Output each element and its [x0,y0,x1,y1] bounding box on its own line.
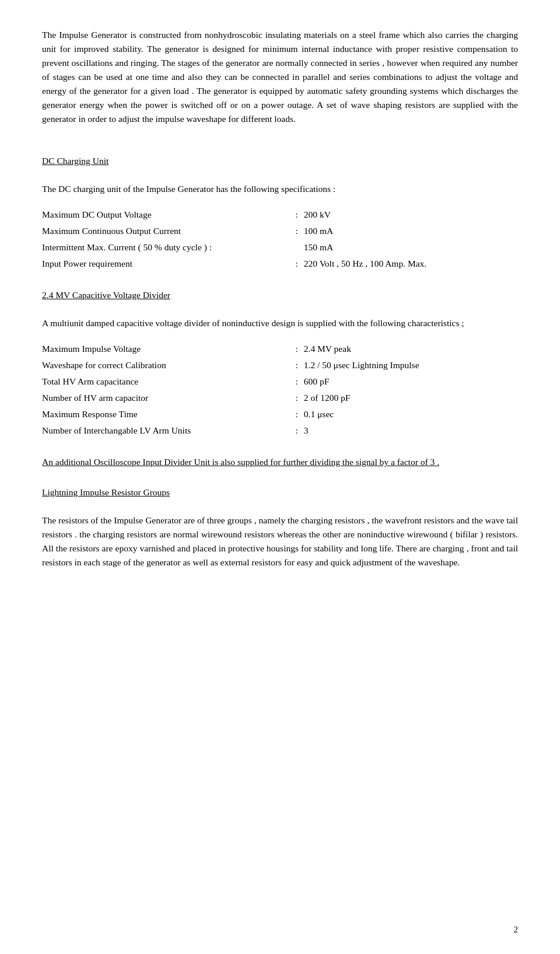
divider-section: 2.4 MV Capacitive Voltage Divider A mult… [42,288,518,469]
spec2-hvcap-colon: : [289,373,303,390]
spec2-row-response: Maximum Response Time : 0.1 μsec [42,406,518,422]
divider-specs-table: Maximum Impulse Voltage : 2.4 MV peak Wa… [42,341,518,439]
page-number: 2 [514,923,519,936]
spec2-waveshape-colon: : [289,357,303,373]
spec2-numlv-label: Number of Interchangable LV Arm Units [42,422,289,439]
spec2-row-impulse: Maximum Impulse Voltage : 2.4 MV peak [42,341,518,357]
spec2-response-label: Maximum Response Time [42,406,289,422]
spec-input-colon: : [289,256,303,272]
spec2-impulse-value: 2.4 MV peak [304,341,518,357]
spec2-numhvcap-value: 2 of 1200 pF [304,390,518,406]
spec-intermittent-value: 150 mA [304,239,518,256]
spec2-hvcap-value: 600 pF [304,373,518,390]
spec2-waveshape-value: 1.2 / 50 μsec Lightning Impulse [304,357,518,373]
spec2-numhvcap-label: Number of HV arm capacitor [42,390,289,406]
spec-row-input: Input Power requirement : 220 Volt , 50 … [42,256,518,272]
additional-underlined-text: An additional Oscilloscope Input Divider… [42,457,439,467]
spec-input-label: Input Power requirement [42,256,289,272]
spec2-hvcap-label: Total HV Arm capacitance [42,373,289,390]
page: The Impulse Generator is constructed fro… [0,0,560,954]
spec-max-cont-value: 100 mA [304,223,518,239]
spec-max-dc-label: Maximum DC Output Voltage [42,207,289,223]
spec-max-cont-colon: : [289,223,303,239]
spec-max-dc-value: 200 kV [304,207,518,223]
spec2-row-numhvcap: Number of HV arm capacitor : 2 of 1200 p… [42,390,518,406]
spec-row-max-dc: Maximum DC Output Voltage : 200 kV [42,207,518,223]
spec2-response-value: 0.1 μsec [304,406,518,422]
spec2-row-numlv: Number of Interchangable LV Arm Units : … [42,422,518,439]
dc-specs-table: Maximum DC Output Voltage : 200 kV Maxim… [42,207,518,272]
spec-max-cont-label: Maximum Continuous Output Current [42,223,289,239]
spec2-impulse-label: Maximum Impulse Voltage [42,341,289,357]
spec-row-intermittent: Intermittent Max. Current ( 50 % duty cy… [42,239,518,256]
dc-charging-title: DC Charging Unit [42,154,108,168]
dc-intro-text: The DC charging unit of the Impulse Gene… [42,182,518,196]
lightning-body-text: The resistors of the Impulse Generator a… [42,513,518,569]
spec2-waveshape-label: Waveshape for correct Calibration [42,357,289,373]
spec2-row-hvcap: Total HV Arm capacitance : 600 pF [42,373,518,390]
intro-text: The Impulse Generator is constructed fro… [42,30,518,124]
additional-note: An additional Oscilloscope Input Divider… [42,455,518,469]
lightning-title: Lightning Impulse Resistor Groups [42,485,170,499]
dc-charging-section: DC Charging Unit The DC charging unit of… [42,154,518,272]
spec2-impulse-colon: : [289,341,303,357]
spec2-row-waveshape: Waveshape for correct Calibration : 1.2 … [42,357,518,373]
spec-intermittent-label: Intermittent Max. Current ( 50 % duty cy… [42,239,304,256]
spec2-numlv-colon: : [289,422,303,439]
spec2-response-colon: : [289,406,303,422]
spec2-numhvcap-colon: : [289,390,303,406]
spec-input-value: 220 Volt , 50 Hz , 100 Amp. Max. [304,256,518,272]
divider-intro-text: A multiunit damped capacitive voltage di… [42,316,518,330]
spec-max-dc-colon: : [289,207,303,223]
intro-paragraph: The Impulse Generator is constructed fro… [42,28,518,126]
divider-title: 2.4 MV Capacitive Voltage Divider [42,288,170,302]
spec2-numlv-value: 3 [304,422,518,439]
spec-row-max-cont: Maximum Continuous Output Current : 100 … [42,223,518,239]
lightning-section: Lightning Impulse Resistor Groups The re… [42,485,518,569]
